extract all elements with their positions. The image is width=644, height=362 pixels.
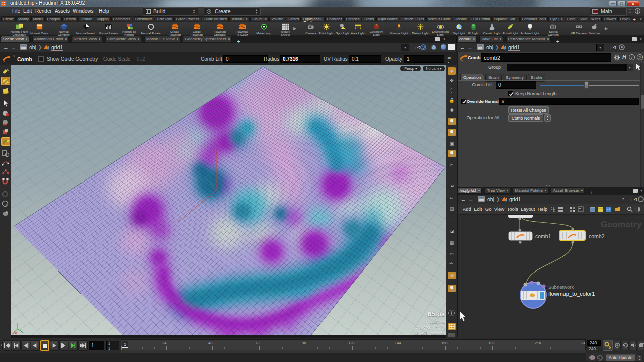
svg-text:comb1: comb1	[535, 233, 551, 239]
svg-text:comb2: comb2	[589, 233, 605, 239]
svg-text:flowmap_to_color1: flowmap_to_color1	[548, 291, 595, 297]
svg-text:Subnetwork: Subnetwork	[548, 284, 574, 290]
